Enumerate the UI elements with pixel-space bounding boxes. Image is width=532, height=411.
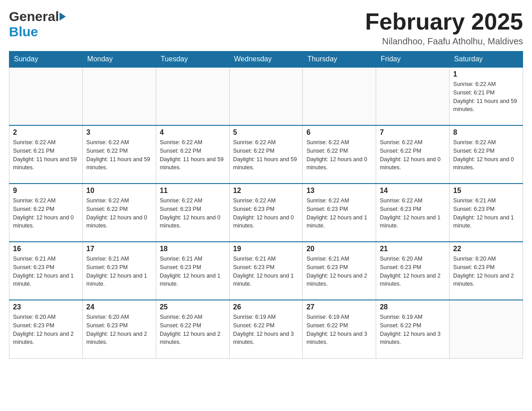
day-number: 11	[160, 187, 226, 195]
table-row: 27Sunrise: 6:19 AMSunset: 6:22 PMDayligh…	[303, 300, 376, 358]
day-number: 1	[453, 70, 519, 78]
day-info: Sunrise: 6:22 AMSunset: 6:23 PMDaylight:…	[233, 197, 299, 230]
calendar-header-row: Sunday Monday Tuesday Wednesday Thursday…	[9, 51, 523, 68]
day-number: 7	[380, 128, 446, 137]
day-info: Sunrise: 6:22 AMSunset: 6:21 PMDaylight:…	[453, 80, 519, 114]
col-friday: Friday	[376, 51, 450, 68]
table-row: 25Sunrise: 6:20 AMSunset: 6:22 PMDayligh…	[156, 300, 229, 358]
day-number: 3	[86, 128, 152, 137]
day-number: 17	[86, 245, 152, 253]
day-number: 25	[160, 303, 226, 311]
day-number: 26	[233, 303, 299, 311]
table-row: 21Sunrise: 6:20 AMSunset: 6:23 PMDayligh…	[376, 242, 450, 300]
table-row	[156, 67, 229, 125]
logo: General Blue	[9, 9, 66, 39]
table-row: 22Sunrise: 6:20 AMSunset: 6:23 PMDayligh…	[450, 242, 523, 300]
location-label: Nilandhoo, Faafu Atholhu, Maldives	[365, 36, 523, 47]
table-row: 24Sunrise: 6:20 AMSunset: 6:23 PMDayligh…	[82, 300, 156, 358]
day-number: 14	[380, 187, 446, 195]
day-info: Sunrise: 6:22 AMSunset: 6:23 PMDaylight:…	[160, 197, 226, 230]
day-info: Sunrise: 6:22 AMSunset: 6:22 PMDaylight:…	[306, 138, 372, 172]
table-row: 4Sunrise: 6:22 AMSunset: 6:22 PMDaylight…	[156, 125, 229, 184]
table-row	[82, 67, 156, 125]
day-number: 8	[453, 128, 519, 137]
day-number: 13	[306, 187, 372, 195]
day-info: Sunrise: 6:22 AMSunset: 6:23 PMDaylight:…	[380, 197, 446, 230]
day-info: Sunrise: 6:20 AMSunset: 6:23 PMDaylight:…	[13, 313, 79, 347]
day-info: Sunrise: 6:20 AMSunset: 6:23 PMDaylight:…	[453, 255, 519, 288]
calendar-week-row: 9Sunrise: 6:22 AMSunset: 6:22 PMDaylight…	[9, 184, 523, 242]
day-info: Sunrise: 6:22 AMSunset: 6:22 PMDaylight:…	[13, 197, 79, 230]
day-info: Sunrise: 6:21 AMSunset: 6:23 PMDaylight:…	[453, 197, 519, 230]
table-row: 10Sunrise: 6:22 AMSunset: 6:22 PMDayligh…	[82, 184, 156, 242]
table-row: 20Sunrise: 6:21 AMSunset: 6:23 PMDayligh…	[303, 242, 376, 300]
col-tuesday: Tuesday	[156, 51, 229, 68]
table-row: 3Sunrise: 6:22 AMSunset: 6:22 PMDaylight…	[82, 125, 156, 184]
day-number: 16	[13, 245, 79, 253]
table-row: 28Sunrise: 6:19 AMSunset: 6:22 PMDayligh…	[376, 300, 450, 358]
logo-blue-text: Blue	[9, 24, 38, 39]
day-info: Sunrise: 6:20 AMSunset: 6:23 PMDaylight:…	[380, 255, 446, 288]
calendar-week-row: 16Sunrise: 6:21 AMSunset: 6:23 PMDayligh…	[9, 242, 523, 300]
day-info: Sunrise: 6:22 AMSunset: 6:23 PMDaylight:…	[306, 197, 372, 230]
table-row: 18Sunrise: 6:21 AMSunset: 6:23 PMDayligh…	[156, 242, 229, 300]
day-number: 23	[13, 303, 79, 311]
table-row	[9, 67, 83, 125]
table-row	[229, 67, 303, 125]
day-number: 6	[306, 128, 372, 137]
day-info: Sunrise: 6:19 AMSunset: 6:22 PMDaylight:…	[306, 313, 372, 347]
day-number: 19	[233, 245, 299, 253]
day-number: 15	[453, 187, 519, 195]
calendar-table: Sunday Monday Tuesday Wednesday Thursday…	[9, 51, 523, 359]
day-info: Sunrise: 6:21 AMSunset: 6:23 PMDaylight:…	[233, 255, 299, 288]
table-row: 26Sunrise: 6:19 AMSunset: 6:22 PMDayligh…	[229, 300, 303, 358]
table-row: 16Sunrise: 6:21 AMSunset: 6:23 PMDayligh…	[9, 242, 83, 300]
calendar-week-row: 23Sunrise: 6:20 AMSunset: 6:23 PMDayligh…	[9, 300, 523, 358]
table-row: 5Sunrise: 6:22 AMSunset: 6:22 PMDaylight…	[229, 125, 303, 184]
day-info: Sunrise: 6:22 AMSunset: 6:22 PMDaylight:…	[86, 197, 152, 230]
table-row: 1Sunrise: 6:22 AMSunset: 6:21 PMDaylight…	[450, 67, 523, 125]
day-number: 10	[86, 187, 152, 195]
col-saturday: Saturday	[450, 51, 523, 68]
calendar-week-row: 1Sunrise: 6:22 AMSunset: 6:21 PMDaylight…	[9, 67, 523, 125]
day-info: Sunrise: 6:21 AMSunset: 6:23 PMDaylight:…	[306, 255, 372, 288]
day-number: 18	[160, 245, 226, 253]
day-info: Sunrise: 6:20 AMSunset: 6:22 PMDaylight:…	[160, 313, 226, 347]
day-info: Sunrise: 6:19 AMSunset: 6:22 PMDaylight:…	[380, 313, 446, 347]
table-row: 8Sunrise: 6:22 AMSunset: 6:22 PMDaylight…	[450, 125, 523, 184]
day-number: 27	[306, 303, 372, 311]
title-area: February 2025 Nilandhoo, Faafu Atholhu, …	[365, 9, 523, 47]
day-info: Sunrise: 6:22 AMSunset: 6:22 PMDaylight:…	[160, 138, 226, 172]
day-info: Sunrise: 6:21 AMSunset: 6:23 PMDaylight:…	[160, 255, 226, 288]
table-row: 7Sunrise: 6:22 AMSunset: 6:22 PMDaylight…	[376, 125, 450, 184]
col-wednesday: Wednesday	[229, 51, 303, 68]
table-row: 9Sunrise: 6:22 AMSunset: 6:22 PMDaylight…	[9, 184, 83, 242]
table-row	[450, 300, 523, 358]
col-thursday: Thursday	[303, 51, 376, 68]
calendar-week-row: 2Sunrise: 6:22 AMSunset: 6:21 PMDaylight…	[9, 125, 523, 184]
page-header: General Blue February 2025 Nilandhoo, Fa…	[9, 9, 523, 47]
table-row: 17Sunrise: 6:21 AMSunset: 6:23 PMDayligh…	[82, 242, 156, 300]
day-number: 22	[453, 245, 519, 253]
logo-triangle-icon	[60, 13, 66, 21]
table-row: 11Sunrise: 6:22 AMSunset: 6:23 PMDayligh…	[156, 184, 229, 242]
day-info: Sunrise: 6:22 AMSunset: 6:22 PMDaylight:…	[453, 138, 519, 172]
table-row: 6Sunrise: 6:22 AMSunset: 6:22 PMDaylight…	[303, 125, 376, 184]
day-info: Sunrise: 6:22 AMSunset: 6:22 PMDaylight:…	[380, 138, 446, 172]
day-number: 2	[13, 128, 79, 137]
table-row	[376, 67, 450, 125]
table-row: 14Sunrise: 6:22 AMSunset: 6:23 PMDayligh…	[376, 184, 450, 242]
table-row: 13Sunrise: 6:22 AMSunset: 6:23 PMDayligh…	[303, 184, 376, 242]
table-row: 2Sunrise: 6:22 AMSunset: 6:21 PMDaylight…	[9, 125, 83, 184]
month-title: February 2025	[365, 9, 523, 34]
day-number: 4	[160, 128, 226, 137]
col-monday: Monday	[82, 51, 156, 68]
table-row: 19Sunrise: 6:21 AMSunset: 6:23 PMDayligh…	[229, 242, 303, 300]
day-info: Sunrise: 6:20 AMSunset: 6:23 PMDaylight:…	[86, 313, 152, 347]
day-number: 24	[86, 303, 152, 311]
table-row: 23Sunrise: 6:20 AMSunset: 6:23 PMDayligh…	[9, 300, 83, 358]
day-number: 12	[233, 187, 299, 195]
day-number: 21	[380, 245, 446, 253]
day-number: 28	[380, 303, 446, 311]
logo-general-text: General	[9, 9, 59, 24]
